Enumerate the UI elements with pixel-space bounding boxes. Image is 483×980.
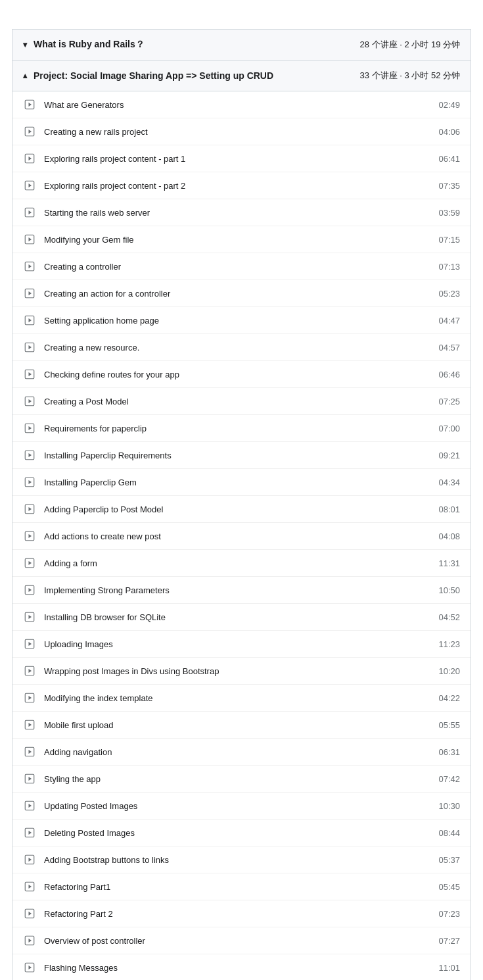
lesson-duration: 07:23 <box>438 909 460 919</box>
lesson-title: Updating Posted Images <box>44 801 430 811</box>
lesson-item[interactable]: Adding Paperclip to Post Model08:01 <box>12 495 471 522</box>
lesson-title: Overview of post controller <box>44 936 430 946</box>
section-header-2[interactable]: ▴Project: Social Image Sharing App => Se… <box>12 61 471 91</box>
lesson-item[interactable]: Add actions to create new post04:08 <box>12 522 471 549</box>
lesson-item[interactable]: What are Generators02:49 <box>12 91 471 118</box>
play-icon <box>23 476 36 489</box>
lesson-item[interactable]: Installing Paperclip Gem04:34 <box>12 468 471 495</box>
lesson-duration: 06:31 <box>438 747 460 757</box>
play-icon <box>23 422 36 435</box>
lesson-duration: 07:15 <box>438 235 460 245</box>
lesson-item[interactable]: Wrapping post Images in Divs using Boots… <box>12 657 471 684</box>
lesson-item[interactable]: Refactoring Part105:45 <box>12 873 471 900</box>
lesson-title: Deleting Posted Images <box>44 828 430 838</box>
lesson-duration: 06:46 <box>438 370 460 380</box>
lesson-item[interactable]: Overview of post controller07:27 <box>12 927 471 954</box>
svg-marker-1 <box>29 103 32 107</box>
svg-marker-13 <box>29 264 32 268</box>
svg-marker-31 <box>29 507 32 511</box>
svg-marker-51 <box>29 777 32 781</box>
svg-marker-55 <box>29 831 32 835</box>
lesson-title: Adding Bootstrap buttons to links <box>44 855 430 865</box>
lesson-item[interactable]: Starting the rails web server03:59 <box>12 199 471 226</box>
lesson-title: Starting the rails web server <box>44 208 430 218</box>
lesson-item[interactable]: Creating a new resource.04:57 <box>12 333 471 360</box>
svg-marker-17 <box>29 318 32 322</box>
lesson-title: Modifying the index template <box>44 693 430 703</box>
svg-marker-39 <box>29 615 32 619</box>
play-icon <box>23 152 36 165</box>
play-icon <box>23 718 36 731</box>
lesson-title: Adding a form <box>44 558 430 568</box>
play-icon <box>23 529 36 543</box>
lesson-item[interactable]: Adding a form11:31 <box>12 549 471 576</box>
svg-marker-41 <box>29 642 32 646</box>
lesson-item[interactable]: Creating an action for a controller05:23 <box>12 280 471 306</box>
lesson-title: Creating a controller <box>44 262 430 272</box>
lesson-item[interactable]: Uploading Images11:23 <box>12 630 471 657</box>
lesson-item[interactable]: Installing DB browser for SQLite04:52 <box>12 603 471 630</box>
section-1: ▾What is Ruby and Rails？28 个讲座 · 2 小时 19… <box>12 29 471 61</box>
section-title: Project: Social Image Sharing App => Set… <box>34 70 273 81</box>
play-icon <box>23 583 36 597</box>
lesson-item[interactable]: Styling the app07:42 <box>12 765 471 792</box>
lesson-item[interactable]: Installing Paperclip Requirements09:21 <box>12 441 471 468</box>
lesson-item[interactable]: Implementing Strong Parameters10:50 <box>12 576 471 603</box>
lesson-title: Wrapping post Images in Divs using Boots… <box>44 666 430 676</box>
svg-marker-37 <box>29 588 32 592</box>
play-icon <box>23 125 36 138</box>
lesson-duration: 10:50 <box>438 585 460 595</box>
lesson-duration: 07:35 <box>438 181 460 191</box>
play-icon <box>23 395 36 408</box>
lesson-item[interactable]: Creating a controller07:13 <box>12 253 471 280</box>
svg-marker-25 <box>29 426 32 430</box>
lesson-title: Exploring rails project content - part 2 <box>44 181 430 191</box>
lesson-item[interactable]: Requirements for paperclip07:00 <box>12 414 471 441</box>
play-icon <box>23 179 36 192</box>
svg-marker-7 <box>29 184 32 187</box>
play-icon <box>23 853 36 866</box>
play-icon <box>23 502 36 516</box>
lesson-item[interactable]: Refactoring Part 207:23 <box>12 900 471 927</box>
lesson-duration: 06:41 <box>438 154 460 164</box>
lesson-item[interactable]: Mobile first upload05:55 <box>12 711 471 738</box>
lesson-duration: 02:49 <box>438 100 460 110</box>
lesson-item[interactable]: Checking define routes for your app06:46 <box>12 360 471 387</box>
svg-marker-59 <box>29 885 32 889</box>
lesson-title: Add actions to create new post <box>44 531 430 541</box>
lesson-item[interactable]: Exploring rails project content - part 2… <box>12 172 471 199</box>
lesson-duration: 04:57 <box>438 343 460 353</box>
svg-marker-49 <box>29 750 32 754</box>
lesson-duration: 04:34 <box>438 478 460 487</box>
lesson-item[interactable]: Deleting Posted Images08:44 <box>12 819 471 846</box>
lesson-item[interactable]: Updating Posted Images10:30 <box>12 792 471 819</box>
lesson-item[interactable]: Adding Bootstrap buttons to links05:37 <box>12 846 471 873</box>
lesson-item[interactable]: Flashing Messages11:01 <box>12 954 471 980</box>
lesson-item[interactable]: Creating a new rails project04:06 <box>12 118 471 145</box>
section-meta: 33 个讲座 · 3 小时 52 分钟 <box>360 70 460 82</box>
lesson-duration: 07:00 <box>438 424 460 433</box>
lesson-item[interactable]: Modifying your Gem file07:15 <box>12 226 471 253</box>
play-icon <box>23 934 36 947</box>
lesson-title: Uploading Images <box>44 639 430 649</box>
lesson-item[interactable]: Exploring rails project content - part 1… <box>12 145 471 172</box>
svg-marker-65 <box>29 966 32 969</box>
lesson-duration: 05:45 <box>438 882 460 892</box>
sections-container: ▾What is Ruby and Rails？28 个讲座 · 2 小时 19… <box>12 29 471 980</box>
lesson-title: Creating a Post Model <box>44 397 430 406</box>
lesson-title: Installing Paperclip Requirements <box>44 451 430 460</box>
play-icon <box>23 637 36 650</box>
section-header-1[interactable]: ▾What is Ruby and Rails？28 个讲座 · 2 小时 19… <box>12 30 471 60</box>
section-title: What is Ruby and Rails？ <box>34 39 145 51</box>
lesson-item[interactable]: Setting application home page04:47 <box>12 306 471 333</box>
svg-marker-3 <box>29 130 32 134</box>
svg-marker-5 <box>29 157 32 160</box>
lesson-item[interactable]: Creating a Post Model07:25 <box>12 387 471 414</box>
lesson-item[interactable]: Modifying the index template04:22 <box>12 684 471 711</box>
svg-marker-43 <box>29 669 32 673</box>
play-icon <box>23 556 36 570</box>
play-icon <box>23 826 36 839</box>
lesson-item[interactable]: Adding navigation06:31 <box>12 738 471 765</box>
svg-marker-23 <box>29 399 32 403</box>
lesson-title: Checking define routes for your app <box>44 370 430 380</box>
